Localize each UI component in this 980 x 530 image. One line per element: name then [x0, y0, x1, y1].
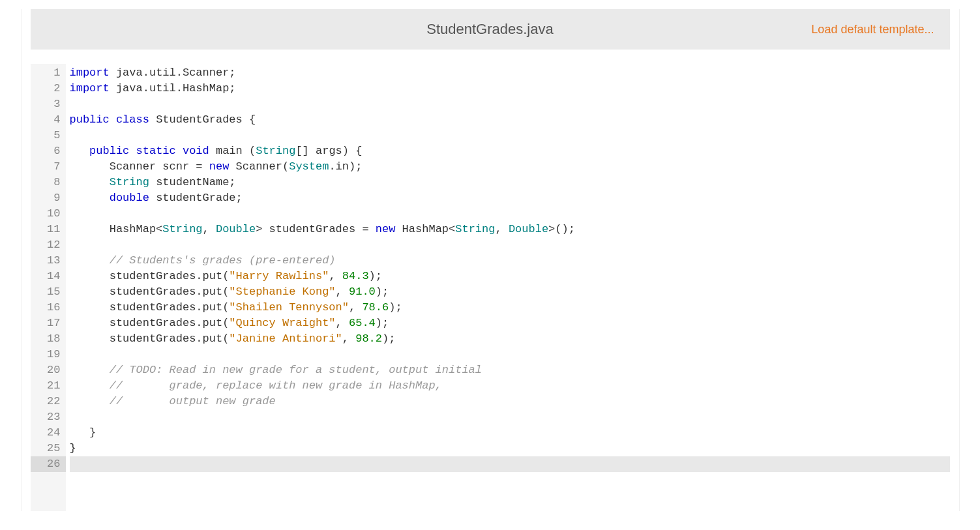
code-line[interactable]: HashMap<String, Double> studentGrades = … [70, 222, 950, 237]
file-header-bar: StudentGrades.java Load default template… [31, 9, 950, 50]
load-default-template-link[interactable]: Load default template... [554, 23, 934, 37]
code-line[interactable]: public class StudentGrades { [70, 112, 950, 128]
code-line[interactable]: // output new grade [70, 394, 950, 409]
file-title: StudentGrades.java [426, 21, 553, 38]
line-number: 19 [31, 347, 66, 362]
line-number: 4 [31, 112, 66, 128]
code-line[interactable]: studentGrades.put("Janine Antinori", 98.… [70, 331, 950, 347]
code-line[interactable]: String studentName; [70, 175, 950, 190]
code-line[interactable]: studentGrades.put("Shailen Tennyson", 78… [70, 300, 950, 316]
line-number: 25 [31, 441, 66, 456]
code-line[interactable]: // Students's grades (pre-entered) [70, 253, 950, 269]
editor-bottom-pad [31, 472, 950, 511]
line-number: 12 [31, 237, 66, 253]
line-number: 6 [31, 143, 66, 159]
line-number-gutter: 1234567891011121314151617181920212223242… [31, 64, 66, 472]
line-number: 10 [31, 206, 66, 222]
code-line[interactable] [70, 96, 950, 112]
code-line[interactable]: public static void main (String[] args) … [70, 143, 950, 159]
line-number: 14 [31, 269, 66, 284]
code-line[interactable]: import java.util.HashMap; [70, 81, 950, 96]
line-number: 8 [31, 175, 66, 190]
line-number: 16 [31, 300, 66, 316]
gutter-pad [31, 472, 66, 511]
line-number: 21 [31, 378, 66, 394]
line-number: 20 [31, 362, 66, 378]
line-number: 15 [31, 284, 66, 300]
line-number: 1 [31, 65, 66, 81]
code-line[interactable] [70, 456, 950, 472]
line-number: 13 [31, 253, 66, 269]
code-line[interactable]: double studentGrade; [70, 190, 950, 206]
code-editor[interactable]: 1234567891011121314151617181920212223242… [31, 50, 950, 472]
code-line[interactable] [70, 128, 950, 143]
line-number: 3 [31, 96, 66, 112]
code-line[interactable]: Scanner scnr = new Scanner(System.in); [70, 159, 950, 175]
code-line[interactable]: studentGrades.put("Quincy Wraight", 65.4… [70, 316, 950, 331]
line-number: 9 [31, 190, 66, 206]
line-number: 7 [31, 159, 66, 175]
line-number: 11 [31, 222, 66, 237]
line-number: 5 [31, 128, 66, 143]
code-line[interactable] [70, 347, 950, 362]
line-number: 23 [31, 409, 66, 425]
line-number: 17 [31, 316, 66, 331]
code-line[interactable]: } [70, 441, 950, 456]
line-number: 22 [31, 394, 66, 409]
code-line[interactable]: } [70, 425, 950, 441]
code-line[interactable] [70, 409, 950, 425]
code-line[interactable] [70, 237, 950, 253]
code-line[interactable]: studentGrades.put("Stephanie Kong", 91.0… [70, 284, 950, 300]
code-area[interactable]: import java.util.Scanner;import java.uti… [66, 64, 950, 472]
line-number: 26 [31, 456, 66, 472]
code-line[interactable]: // TODO: Read in new grade for a student… [70, 362, 950, 378]
code-line[interactable]: // grade, replace with new grade in Hash… [70, 378, 950, 394]
code-line[interactable]: import java.util.Scanner; [70, 65, 950, 81]
code-line[interactable] [70, 206, 950, 222]
code-line[interactable]: studentGrades.put("Harry Rawlins", 84.3)… [70, 269, 950, 284]
line-number: 18 [31, 331, 66, 347]
line-number: 24 [31, 425, 66, 441]
line-number: 2 [31, 81, 66, 96]
editor-container: StudentGrades.java Load default template… [21, 9, 960, 511]
